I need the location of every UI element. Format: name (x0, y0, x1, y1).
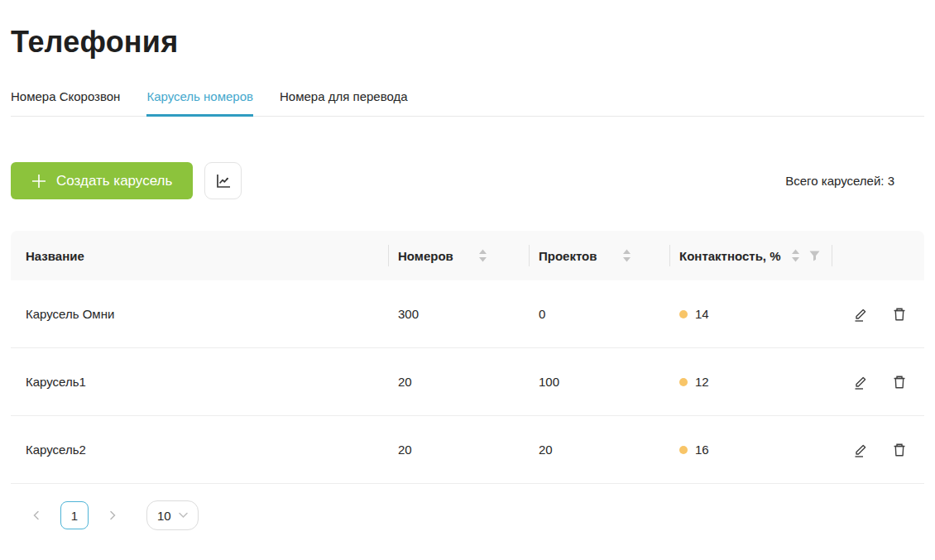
column-header-actions (832, 231, 924, 280)
chevron-left-icon (31, 510, 41, 520)
carousel-table: Название Номеров Проектов Контактность, … (11, 231, 924, 484)
line-chart-icon (214, 172, 233, 190)
create-carousel-button[interactable]: Создать карусель (11, 162, 193, 199)
sort-icon[interactable] (791, 249, 800, 262)
edit-button[interactable] (852, 442, 869, 458)
chevron-right-icon (108, 510, 117, 520)
edit-icon (852, 374, 869, 390)
filter-icon[interactable] (808, 250, 821, 262)
edit-icon (852, 306, 869, 323)
delete-button[interactable] (891, 442, 908, 458)
contact-status-dot (679, 378, 688, 386)
table-body: Карусель Омни 300 0 14 (11, 280, 924, 484)
tab-carousel-numbers[interactable]: Карусель номеров (146, 89, 253, 116)
tab-numbers-skorozvon[interactable]: Номера Скорозвон (11, 89, 120, 116)
edit-button[interactable] (852, 306, 869, 323)
numbers-value: 20 (388, 375, 529, 389)
row-actions (832, 374, 924, 390)
delete-icon (891, 374, 908, 390)
plus-icon (31, 174, 46, 189)
page-title: Телефония (11, 0, 924, 60)
delete-button[interactable] (891, 374, 908, 390)
carousel-name[interactable]: Карусель2 (11, 443, 388, 457)
column-header-name: Название (11, 231, 388, 280)
table-row: Карусель Омни 300 0 14 (11, 280, 924, 348)
contact-status-dot (679, 310, 688, 318)
toolbar: Создать карусель Всего каруселей: 3 (11, 162, 924, 199)
page-size-select[interactable]: 10 (146, 500, 199, 530)
edit-button[interactable] (852, 374, 869, 390)
contact-value: 12 (695, 375, 709, 389)
numbers-value: 300 (388, 307, 529, 321)
contact-status-dot (679, 446, 688, 454)
numbers-value: 20 (388, 443, 529, 457)
contact-value-cell: 16 (669, 443, 832, 457)
total-carousels-label: Всего каруселей: 3 (785, 174, 924, 188)
table-row: Карусель2 20 20 16 (11, 416, 924, 484)
projects-value: 100 (529, 375, 669, 389)
contact-value: 14 (695, 307, 709, 321)
page-number-button[interactable]: 1 (60, 501, 89, 529)
column-header-numbers[interactable]: Номеров (388, 231, 529, 280)
create-carousel-label: Создать карусель (56, 173, 172, 189)
next-page-button[interactable] (100, 501, 125, 529)
column-header-contact[interactable]: Контактность, % (669, 231, 832, 280)
tab-transfer-numbers[interactable]: Номера для перевода (280, 89, 408, 116)
pagination: 1 10 (11, 500, 924, 530)
sort-icon[interactable] (478, 249, 487, 262)
chevron-down-icon (179, 512, 188, 519)
row-actions (832, 306, 924, 323)
previous-page-button[interactable] (24, 501, 49, 529)
tabs-bar: Номера Скорозвон Карусель номеров Номера… (11, 89, 924, 117)
contact-value-cell: 14 (669, 307, 832, 321)
projects-value: 0 (529, 307, 669, 321)
delete-icon (891, 442, 908, 458)
edit-icon (852, 442, 869, 458)
contact-value: 16 (695, 443, 709, 457)
delete-icon (891, 306, 908, 323)
sort-icon[interactable] (622, 249, 631, 262)
delete-button[interactable] (891, 306, 908, 323)
projects-value: 20 (529, 443, 669, 457)
carousel-name[interactable]: Карусель Омни (11, 307, 388, 321)
page-size-value: 10 (157, 509, 171, 523)
telephony-page: Телефония Номера Скорозвон Карусель номе… (0, 0, 935, 530)
carousel-name[interactable]: Карусель1 (11, 375, 388, 389)
table-row: Карусель1 20 100 12 (11, 348, 924, 416)
statistics-button[interactable] (204, 162, 242, 199)
contact-value-cell: 12 (669, 375, 832, 389)
column-header-projects[interactable]: Проектов (529, 231, 669, 280)
table-header-row: Название Номеров Проектов Контактность, … (11, 231, 924, 280)
row-actions (832, 442, 924, 458)
